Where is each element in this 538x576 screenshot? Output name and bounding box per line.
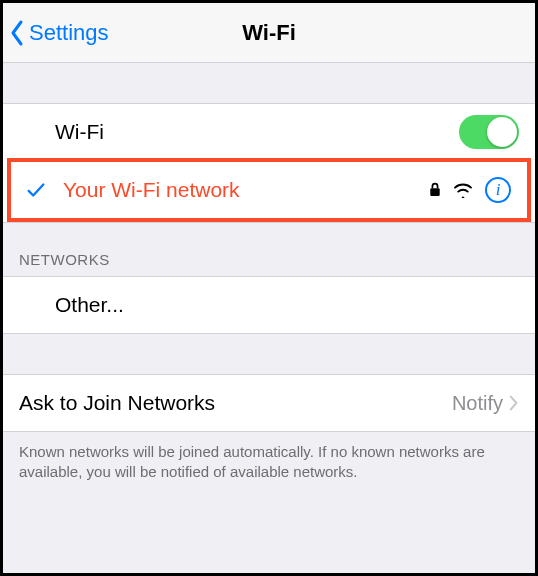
ask-group: Ask to Join Networks Notify — [3, 374, 535, 432]
switch-knob — [487, 117, 517, 147]
connected-network-name: Your Wi-Fi network — [63, 178, 429, 202]
connected-network-highlight: Your Wi-Fi network — [7, 158, 531, 222]
navbar: Settings Wi-Fi — [3, 3, 535, 63]
chevron-right-icon — [509, 395, 519, 411]
wifi-toggle-row: Wi-Fi — [3, 104, 535, 160]
networks-section-header: NETWORKS — [3, 223, 535, 276]
ask-to-join-row[interactable]: Ask to Join Networks Notify — [3, 375, 535, 431]
other-network-row[interactable]: Other... — [3, 277, 535, 333]
chevron-left-icon — [9, 19, 25, 47]
ask-to-join-label: Ask to Join Networks — [19, 391, 452, 415]
checkmark-icon — [25, 179, 47, 201]
info-icon[interactable]: i — [485, 177, 511, 203]
wifi-toggle[interactable] — [459, 115, 519, 149]
svg-rect-0 — [430, 188, 439, 196]
back-label: Settings — [29, 20, 109, 46]
back-button[interactable]: Settings — [3, 19, 109, 47]
wifi-signal-icon — [453, 182, 473, 198]
wifi-toggle-label: Wi-Fi — [55, 120, 459, 144]
other-network-label: Other... — [55, 293, 519, 317]
lock-icon — [429, 182, 441, 198]
ask-to-join-footer: Known networks will be joined automatica… — [3, 432, 535, 483]
connected-network-row[interactable]: Your Wi-Fi network — [11, 162, 527, 218]
wifi-group: Wi-Fi Your Wi-Fi network — [3, 103, 535, 223]
ask-to-join-value: Notify — [452, 392, 503, 415]
networks-group: Other... — [3, 276, 535, 334]
